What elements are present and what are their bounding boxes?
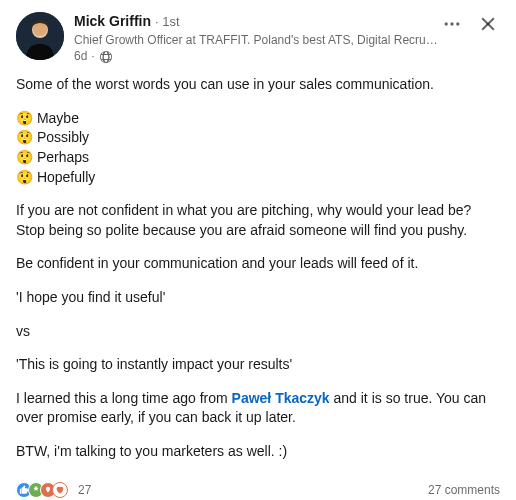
post-content: Some of the worst words you can use in y… [16, 75, 500, 461]
comments-count[interactable]: 27 comments [428, 482, 500, 499]
author-degree: · 1st [155, 13, 180, 31]
reactions-summary[interactable]: 27 [16, 482, 91, 499]
mention-link[interactable]: Paweł Tkaczyk [232, 390, 330, 406]
surprised-emoji: 😲 [16, 110, 33, 126]
post-time: 6d [74, 48, 87, 65]
content-p1: If you are not confident in what you are… [16, 201, 500, 240]
content-p7: BTW, i'm talking to you marketers as wel… [16, 442, 500, 462]
surprised-emoji: 😲 [16, 149, 33, 165]
bullet-1: 😲 Maybe [16, 109, 500, 129]
content-p6: I learned this a long time ago from Pawe… [16, 389, 500, 428]
post-header: Mick Griffin · 1st Chief Growth Officer … [16, 12, 500, 65]
author-avatar[interactable] [16, 12, 64, 60]
more-options-button[interactable] [440, 12, 464, 36]
reaction-count: 27 [78, 482, 91, 499]
author-name[interactable]: Mick Griffin [74, 12, 151, 32]
svg-point-4 [450, 22, 453, 25]
content-intro: Some of the worst words you can use in y… [16, 75, 500, 95]
bullet-2: 😲 Possibly [16, 128, 500, 148]
content-p2: Be confident in your communication and y… [16, 254, 500, 274]
author-headline: Chief Growth Officer at TRAFFIT. Poland'… [74, 32, 440, 49]
close-button[interactable] [476, 12, 500, 36]
content-p3: 'I hope you find it useful' [16, 288, 500, 308]
surprised-emoji: 😲 [16, 169, 33, 185]
bullet-4: 😲 Hopefully [16, 168, 500, 188]
bullet-3: 😲 Perhaps [16, 148, 500, 168]
post-footer: 27 27 comments [16, 476, 500, 499]
love-reaction-icon [52, 482, 68, 498]
svg-point-5 [456, 22, 459, 25]
globe-icon [99, 50, 113, 64]
surprised-emoji: 😲 [16, 129, 33, 145]
content-p5: 'This is going to instantly impact your … [16, 355, 500, 375]
svg-point-3 [445, 22, 448, 25]
content-p4: vs [16, 322, 500, 342]
